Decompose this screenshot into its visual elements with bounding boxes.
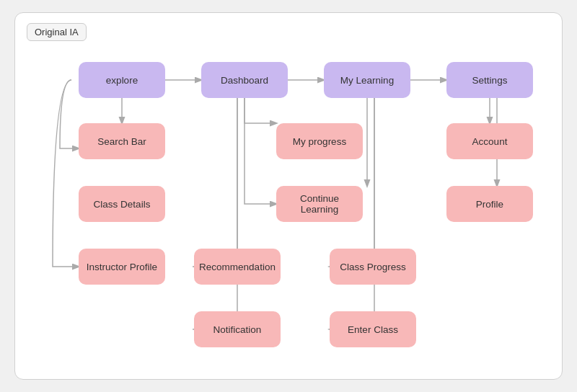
node-searchbar[interactable]: Search Bar [79, 123, 165, 159]
node-mylearning[interactable]: My Learning [324, 62, 410, 98]
node-profile[interactable]: Profile [446, 186, 533, 222]
node-classdetails[interactable]: Class Details [79, 186, 165, 222]
node-classprogress[interactable]: Class Progress [330, 249, 416, 285]
node-explore[interactable]: explore [79, 62, 165, 98]
node-instructorprofile[interactable]: Instructor Profile [79, 249, 165, 285]
node-myprogress[interactable]: My progress [276, 123, 363, 159]
node-enterclass[interactable]: Enter Class [330, 311, 416, 347]
node-settings[interactable]: Settings [446, 62, 533, 98]
diagram-container: Original IA [14, 12, 563, 380]
node-recommendation[interactable]: Recommendation [194, 249, 281, 285]
node-dashboard[interactable]: Dashboard [201, 62, 288, 98]
diagram-title: Original IA [27, 23, 87, 41]
node-notification[interactable]: Notification [194, 311, 281, 347]
node-continuelearning[interactable]: Continue Learning [276, 186, 363, 222]
node-account[interactable]: Account [446, 123, 533, 159]
